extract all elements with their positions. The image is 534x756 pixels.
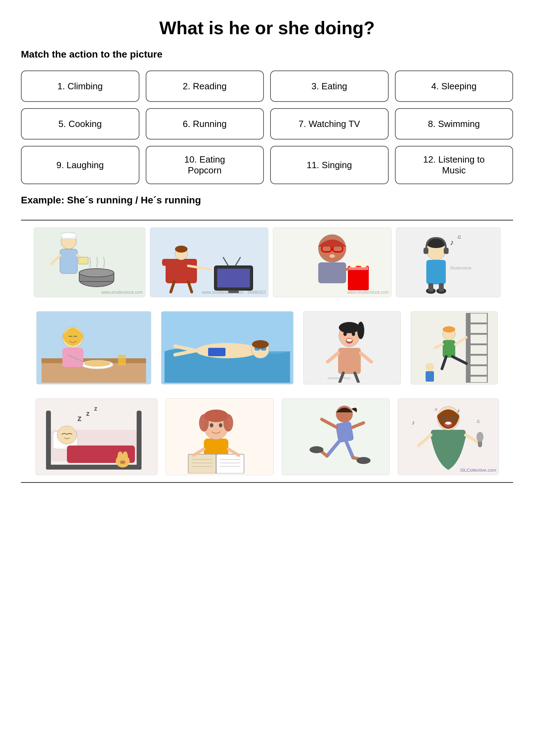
svg-rect-61 bbox=[208, 348, 226, 356]
image-eating-popcorn: www.shutterstock.com bbox=[273, 227, 391, 297]
image-row-1: www.shutterstock.com bbox=[21, 220, 513, 304]
word-card-4: 4. Sleeping bbox=[395, 70, 513, 102]
svg-rect-64 bbox=[338, 348, 361, 374]
image-cooking: www.shutterstock.com bbox=[34, 227, 145, 297]
svg-rect-36 bbox=[424, 248, 428, 254]
watermark-cooking: www.shutterstock.com bbox=[101, 290, 143, 295]
svg-text:♫: ♫ bbox=[434, 407, 437, 412]
svg-point-143 bbox=[451, 416, 455, 420]
svg-line-145 bbox=[466, 435, 478, 442]
svg-text:z: z bbox=[86, 410, 90, 417]
svg-rect-27 bbox=[318, 262, 346, 283]
svg-rect-115 bbox=[188, 454, 216, 473]
word-card-10: 10. EatingPopcorn bbox=[146, 146, 264, 184]
svg-rect-87 bbox=[443, 340, 455, 358]
svg-line-75 bbox=[355, 373, 358, 382]
svg-point-147 bbox=[476, 432, 483, 442]
svg-line-129 bbox=[352, 423, 364, 427]
svg-line-89 bbox=[435, 344, 443, 348]
image-eating bbox=[36, 311, 151, 384]
word-card-8: 8. Swimming bbox=[395, 108, 513, 140]
watermark-tv: www.shutterstock.com · 36888353 bbox=[202, 290, 266, 295]
svg-rect-116 bbox=[216, 454, 244, 473]
subtitle: Match the action to the picture bbox=[21, 49, 513, 60]
svg-point-107 bbox=[120, 461, 125, 464]
svg-text:CanStock Photo: CanStock Photo bbox=[328, 376, 350, 380]
svg-line-73 bbox=[361, 353, 371, 362]
svg-text:z: z bbox=[77, 413, 82, 423]
svg-text:♫: ♫ bbox=[476, 418, 480, 424]
image-singing2: ♪ ♫ ♪ ♫ iSLCollective.com bbox=[398, 398, 499, 475]
svg-rect-17 bbox=[217, 269, 250, 287]
svg-rect-127 bbox=[335, 421, 354, 443]
svg-point-70 bbox=[343, 332, 347, 336]
svg-rect-11 bbox=[162, 259, 197, 266]
svg-rect-38 bbox=[426, 260, 446, 284]
image-climbing bbox=[411, 311, 498, 384]
svg-point-86 bbox=[443, 326, 455, 332]
svg-line-72 bbox=[328, 353, 338, 362]
svg-line-132 bbox=[346, 441, 353, 458]
svg-point-8 bbox=[79, 269, 114, 277]
image-reading bbox=[166, 398, 274, 475]
svg-line-4 bbox=[51, 255, 60, 264]
image-row-2: CanStock Photo bbox=[21, 304, 513, 391]
svg-line-19 bbox=[223, 257, 228, 266]
watermark-singing2: iSLCollective.com bbox=[460, 467, 496, 473]
svg-text:♪: ♪ bbox=[457, 407, 460, 413]
word-card-11: 11. Singing bbox=[270, 146, 389, 184]
svg-rect-3 bbox=[60, 249, 77, 274]
page-title: What is he or she doing? bbox=[21, 17, 513, 38]
image-row-3: z z z bbox=[21, 391, 513, 483]
svg-point-105 bbox=[117, 451, 123, 462]
svg-point-55 bbox=[196, 343, 259, 358]
svg-point-142 bbox=[442, 416, 445, 420]
svg-line-130 bbox=[327, 441, 339, 456]
image-singing: CanStock Photo bbox=[303, 311, 401, 384]
svg-rect-95 bbox=[137, 411, 142, 466]
word-grid: 1. Climbing 2. Reading 3. Eating 4. Slee… bbox=[21, 70, 513, 184]
svg-point-100 bbox=[57, 426, 77, 444]
svg-point-141 bbox=[445, 422, 451, 425]
svg-text:♫: ♫ bbox=[457, 234, 461, 240]
svg-rect-42 bbox=[439, 283, 444, 292]
svg-text:Shutterstock: Shutterstock bbox=[450, 266, 472, 270]
word-card-7: 7. Watching TV bbox=[270, 108, 389, 140]
svg-point-134 bbox=[310, 446, 323, 453]
svg-point-112 bbox=[204, 410, 228, 422]
svg-line-88 bbox=[455, 337, 466, 344]
svg-point-69 bbox=[346, 339, 352, 342]
image-running bbox=[282, 398, 390, 475]
svg-point-13 bbox=[175, 246, 188, 253]
svg-text:♪: ♪ bbox=[412, 419, 415, 426]
word-card-1: 1. Climbing bbox=[21, 70, 139, 102]
svg-point-2 bbox=[61, 233, 76, 238]
svg-rect-37 bbox=[444, 248, 449, 254]
svg-text:♪: ♪ bbox=[450, 238, 454, 247]
word-card-3: 3. Eating bbox=[270, 70, 389, 102]
svg-point-71 bbox=[352, 332, 355, 336]
image-sleeping: z z z bbox=[36, 398, 158, 475]
svg-point-113 bbox=[210, 423, 213, 427]
image-swimming bbox=[161, 311, 293, 384]
svg-line-91 bbox=[452, 357, 466, 364]
svg-point-135 bbox=[357, 457, 371, 464]
svg-rect-93 bbox=[426, 371, 434, 382]
svg-point-114 bbox=[219, 423, 222, 427]
svg-rect-136 bbox=[431, 430, 466, 440]
svg-text:z: z bbox=[94, 405, 97, 412]
svg-point-66 bbox=[339, 322, 360, 333]
word-card-5: 5. Cooking bbox=[21, 108, 139, 140]
svg-line-144 bbox=[419, 435, 431, 446]
image-listening-music: ♪ ♫ Shutterstock bbox=[396, 227, 501, 297]
svg-point-49 bbox=[84, 360, 110, 367]
svg-line-20 bbox=[235, 257, 241, 266]
svg-line-90 bbox=[442, 357, 446, 369]
svg-line-128 bbox=[322, 419, 337, 427]
example-text: Example: She´s running / He´s running bbox=[21, 195, 513, 206]
word-card-2: 2. Reading bbox=[146, 70, 264, 102]
watermark-popcorn: www.shutterstock.com bbox=[347, 290, 389, 295]
image-watching-tv: www.shutterstock.com · 36888353 bbox=[150, 227, 268, 297]
word-card-6: 6. Running bbox=[146, 108, 264, 140]
svg-rect-41 bbox=[428, 283, 433, 292]
